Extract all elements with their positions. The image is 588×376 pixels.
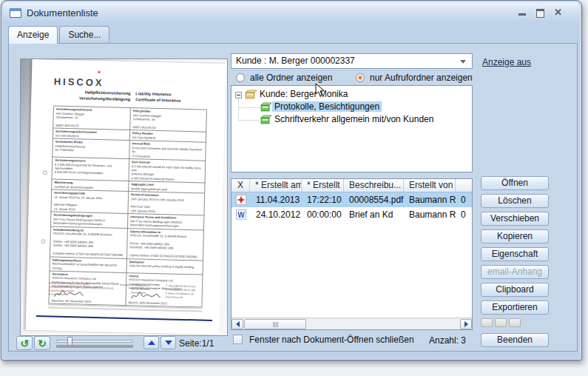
punch-hole — [41, 239, 45, 244]
chevron-up-icon — [148, 340, 155, 345]
hiscox-logo-icon: ✶ — [97, 70, 101, 75]
column-header-beschreibung[interactable]: Beschreibu... — [344, 179, 404, 192]
anzeige-aus-link[interactable]: Anzeige aus — [482, 57, 531, 67]
column-header-erstellt-am[interactable]: * Erstellt am — [250, 179, 302, 192]
rotate-right-icon[interactable]: ↻ — [34, 336, 50, 350]
scroll-left-button[interactable] — [232, 319, 243, 329]
certificate-table: Versicherungsnehmer(in)Herr Günther Glog… — [48, 106, 206, 308]
small-square-button-2[interactable] — [495, 318, 507, 327]
window-title: Dokumentenliste — [27, 7, 98, 19]
page-up-button[interactable] — [143, 336, 159, 349]
clipboard-button[interactable]: Clipboard — [481, 283, 549, 297]
email-anhang-button: email-Anhang — [481, 265, 549, 279]
horizontal-scrollbar[interactable] — [232, 318, 472, 329]
radio-current-folder[interactable]: nur Aufrufordner anzeigen — [356, 73, 473, 83]
chevron-down-icon — [165, 340, 172, 345]
column-header-extra[interactable] — [456, 179, 472, 192]
document-preview-pane[interactable]: ✶ HISCOX Haftpflichtversicherung Versich… — [20, 58, 228, 336]
hiscox-brand: HISCOX — [54, 76, 104, 89]
beenden-button[interactable]: Beenden — [481, 333, 549, 347]
column-header-erstellt-zeit[interactable]: * Erstellt ... — [302, 179, 344, 192]
tab-strip: Anzeige Suche... — [8, 26, 111, 44]
green-folder-icon — [260, 115, 272, 124]
radio-icon-selected[interactable] — [356, 73, 365, 82]
tab-anzeige[interactable]: Anzeige — [8, 26, 58, 44]
dropdown-arrow-icon — [460, 60, 466, 64]
tree-line — [238, 99, 239, 120]
page-down-button[interactable] — [160, 336, 176, 349]
column-header-erstellt-von[interactable]: Erstellt von — [404, 179, 456, 192]
arrow-right-icon — [464, 321, 468, 327]
kopieren-button[interactable]: Kopieren — [481, 229, 549, 244]
tree-collapse-icon[interactable] — [235, 92, 242, 98]
zoom-slider[interactable] — [56, 340, 133, 343]
document-count: Anzahl: 3 — [416, 335, 466, 346]
tab-suche[interactable]: Suche... — [59, 26, 109, 43]
oeffnen-button[interactable]: Öffnen — [481, 176, 549, 190]
folder-tree[interactable]: Kunde: Berger Monika Protokolle, Besicht… — [231, 85, 473, 172]
green-folder-icon — [260, 102, 272, 112]
doc-bottom-rule — [36, 315, 212, 321]
close-after-open-label: Fenster nach Dokument-Öffnen schließen — [249, 335, 414, 345]
tree-line — [239, 107, 259, 108]
titlebar[interactable]: Dokumentenliste ✕ — [3, 2, 580, 23]
punch-hole — [43, 170, 47, 175]
table-row[interactable]: 11.04.2013 17:22:10 00008554.pdf Baumann… — [232, 192, 472, 207]
mouse-cursor — [315, 83, 325, 97]
small-square-button-1[interactable] — [481, 318, 493, 327]
exportieren-button[interactable]: Exportieren — [481, 301, 549, 315]
loeschen-button[interactable]: Löschen — [481, 194, 549, 208]
folder-stack-icon — [244, 89, 257, 99]
minimize-icon[interactable] — [518, 8, 527, 17]
column-header-x[interactable]: X — [232, 179, 250, 192]
close-after-open-checkbox[interactable] — [233, 335, 243, 344]
tree-line — [239, 120, 259, 121]
word-file-icon: W — [236, 209, 246, 220]
dokumentenliste-window: Dokumentenliste ✕ Anzeige Suche... ✶ HIS… — [1, 0, 582, 360]
scanned-document-page: ✶ HISCOX Haftpflichtversicherung Versich… — [26, 59, 226, 335]
scroll-right-button[interactable] — [460, 319, 472, 329]
tree-root-item[interactable]: Kunde: Berger Monika — [244, 89, 350, 99]
table-row[interactable]: W 24.10.2012 00:00:00 Brief an Kd Bauman… — [232, 207, 472, 222]
doc-title-de: Haftpflichtversicherung Versicherungsbes… — [56, 90, 130, 103]
pdf-file-icon — [236, 195, 246, 205]
table-header[interactable]: X * Erstellt am * Erstellt ... Beschreib… — [232, 179, 472, 192]
verschieben-button[interactable]: Verschieben — [481, 212, 549, 226]
small-square-button-3[interactable] — [509, 318, 521, 327]
close-icon[interactable]: ✕ — [553, 8, 563, 17]
radio-icon[interactable] — [236, 73, 245, 82]
tree-item-protokolle[interactable]: Protokolle, Besichtigungen — [260, 101, 382, 112]
zoom-slider-bar — [56, 345, 133, 348]
restore-icon[interactable] — [535, 8, 545, 17]
customer-dropdown-value: Kunde : M. Berger 000002337 — [236, 56, 355, 66]
svg-text:W: W — [237, 211, 245, 219]
scrollbar-thumb[interactable] — [244, 319, 306, 329]
customer-dropdown[interactable]: Kunde : M. Berger 000002337 — [231, 53, 473, 69]
eigenschaft-button[interactable]: Eigenschaft — [481, 247, 549, 261]
documents-table[interactable]: X * Erstellt am * Erstellt ... Beschreib… — [231, 178, 473, 330]
tree-item-schriftverkehr[interactable]: Schriftverkehr allgemein mit/von Kunden — [260, 114, 436, 124]
rotate-left-icon[interactable]: ↺ — [16, 336, 33, 350]
page-indicator: Seite:1/1 — [179, 338, 214, 349]
radio-all-folders[interactable]: alle Ordner anzeigen — [236, 73, 332, 83]
doc-title-en: Liability Insurance Certificate of Insur… — [130, 91, 192, 104]
window-icon — [10, 8, 21, 18]
arrow-left-icon — [236, 321, 240, 327]
